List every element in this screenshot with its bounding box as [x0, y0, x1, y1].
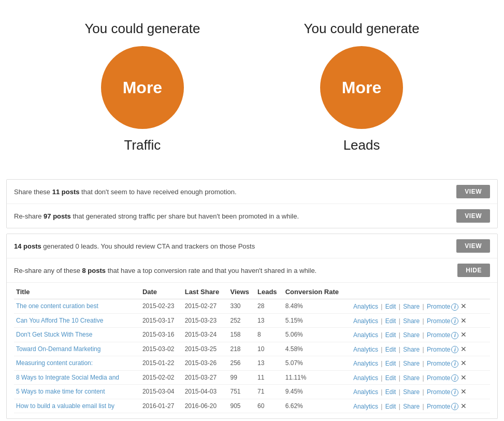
cell-leads: 11	[255, 370, 283, 385]
action-analytics-link[interactable]: Analytics	[353, 388, 378, 396]
info-icon[interactable]: i	[451, 332, 458, 339]
post-title-link[interactable]: Measuring content curation:	[16, 359, 93, 367]
info-icon[interactable]: i	[451, 360, 458, 368]
action-edit-link[interactable]: Edit	[385, 388, 396, 396]
action-separator: |	[421, 360, 426, 367]
action-analytics-link[interactable]: Analytics	[353, 331, 378, 339]
close-icon[interactable]: ✕	[460, 402, 467, 410]
action-edit-link[interactable]: Edit	[385, 317, 396, 325]
close-icon[interactable]: ✕	[460, 359, 467, 367]
post-title-link[interactable]: Can You Afford The 10 Creative	[16, 317, 103, 324]
cell-date: 2016-01-27	[140, 399, 183, 413]
cell-actions: Analytics | Edit | Share | Promotei✕	[351, 356, 490, 371]
action-separator: |	[397, 360, 402, 367]
cell-conversion-rate: 8.48%	[283, 299, 351, 314]
action-share-link[interactable]: Share	[403, 346, 420, 353]
cell-actions: Analytics | Edit | Share | Promotei✕	[351, 313, 490, 328]
action-analytics-link[interactable]: Analytics	[353, 303, 378, 310]
post-title-link[interactable]: 5 Ways to make time for content	[16, 388, 105, 395]
close-icon[interactable]: ✕	[460, 302, 467, 310]
cell-title: Toward On-Demand Marketing	[14, 342, 140, 356]
action-analytics-link[interactable]: Analytics	[353, 317, 378, 325]
info-icon[interactable]: i	[451, 346, 458, 353]
col-conversion-rate: Conversion Rate	[283, 285, 351, 299]
traffic-circle[interactable]: More	[101, 46, 184, 129]
action-promote-link[interactable]: Promote	[427, 360, 450, 367]
action-promote-link[interactable]: Promote	[427, 346, 450, 353]
leads-count-1: 14 posts	[14, 242, 41, 250]
table-header-row: Title Date Last Share Views Leads Conver…	[14, 285, 490, 299]
cell-views: 751	[228, 385, 255, 399]
action-separator: |	[421, 374, 426, 382]
action-edit-link[interactable]: Edit	[385, 360, 396, 367]
cell-date: 2015-03-04	[140, 385, 183, 399]
action-analytics-link[interactable]: Analytics	[353, 403, 378, 410]
action-share-link[interactable]: Share	[403, 374, 420, 382]
action-promote-link[interactable]: Promote	[427, 388, 450, 396]
col-actions	[351, 285, 490, 299]
action-promote-link[interactable]: Promote	[427, 331, 450, 339]
action-promote-link[interactable]: Promote	[427, 403, 450, 410]
action-separator: |	[397, 374, 402, 382]
leads-view-btn-1[interactable]: VIEW	[456, 239, 490, 253]
action-edit-link[interactable]: Edit	[385, 331, 396, 339]
cell-actions: Analytics | Edit | Share | Promotei✕	[351, 299, 490, 314]
action-share-link[interactable]: Share	[403, 331, 420, 339]
cell-last-share: 2015-02-27	[183, 299, 228, 314]
action-share-link[interactable]: Share	[403, 388, 420, 396]
promotion-count-1: 11 posts	[52, 188, 80, 196]
info-icon[interactable]: i	[451, 389, 458, 396]
info-icon[interactable]: i	[451, 374, 458, 382]
action-edit-link[interactable]: Edit	[385, 403, 396, 410]
action-analytics-link[interactable]: Analytics	[353, 374, 378, 382]
info-icon[interactable]: i	[451, 403, 458, 410]
action-edit-link[interactable]: Edit	[385, 374, 396, 382]
leads-circle[interactable]: More	[320, 46, 403, 129]
leads-count-2: 8 posts	[82, 267, 106, 274]
cell-leads: 60	[255, 399, 283, 413]
leads-text-1: 14 posts generated 0 leads. You should r…	[14, 242, 255, 250]
traffic-cta-block: You could generate More Traffic	[84, 21, 200, 153]
table-row: Toward On-Demand Marketing2015-03-022015…	[14, 342, 490, 356]
cell-last-share: 2015-03-26	[183, 356, 228, 371]
post-title-link[interactable]: 8 Ways to Integrate Social Media and	[16, 374, 119, 381]
action-promote-link[interactable]: Promote	[427, 374, 450, 382]
promotion-view-btn-2[interactable]: VIEW	[456, 209, 490, 223]
close-icon[interactable]: ✕	[460, 316, 467, 325]
leads-hide-btn[interactable]: HIDE	[457, 264, 490, 277]
promotion-view-btn-1[interactable]: VIEW	[456, 185, 490, 198]
cell-date: 2015-03-02	[140, 342, 183, 356]
close-icon[interactable]: ✕	[460, 387, 467, 396]
action-share-link[interactable]: Share	[403, 317, 420, 325]
action-edit-link[interactable]: Edit	[385, 346, 396, 353]
close-icon[interactable]: ✕	[460, 373, 467, 382]
action-share-link[interactable]: Share	[403, 360, 420, 367]
action-share-link[interactable]: Share	[403, 303, 420, 310]
cell-title: Don't Get Stuck With These	[14, 328, 140, 342]
close-icon[interactable]: ✕	[460, 345, 467, 353]
action-separator: |	[379, 331, 384, 339]
post-title-link[interactable]: Don't Get Stuck With These	[16, 331, 92, 338]
post-title-link[interactable]: The one content curation best	[16, 302, 98, 310]
post-title-link[interactable]: How to build a valuable email list by	[16, 402, 114, 410]
post-title-link[interactable]: Toward On-Demand Marketing	[16, 345, 100, 353]
info-icon[interactable]: i	[451, 317, 458, 325]
cell-date: 2015-03-16	[140, 328, 183, 342]
leads-text-1-post: generated 0 leads. You should review CTA…	[41, 242, 255, 250]
promotion-row-1: Share these 11 posts that don't seem to …	[7, 180, 497, 204]
action-edit-link[interactable]: Edit	[385, 303, 396, 310]
cell-conversion-rate: 5.07%	[283, 356, 351, 371]
close-icon[interactable]: ✕	[460, 330, 467, 339]
action-analytics-link[interactable]: Analytics	[353, 360, 378, 367]
cell-conversion-rate: 4.58%	[283, 342, 351, 356]
action-analytics-link[interactable]: Analytics	[353, 346, 378, 353]
promotion-count-2: 97 posts	[44, 212, 71, 220]
leads-text-2: Re-share any of these 8 posts that have …	[14, 267, 316, 274]
action-share-link[interactable]: Share	[403, 403, 420, 410]
cell-views: 330	[228, 299, 255, 314]
promotion-text-1: Share these 11 posts that don't seem to …	[14, 188, 237, 196]
info-icon[interactable]: i	[451, 303, 458, 311]
action-promote-link[interactable]: Promote	[427, 317, 450, 325]
action-separator: |	[379, 360, 384, 367]
action-promote-link[interactable]: Promote	[427, 303, 450, 310]
